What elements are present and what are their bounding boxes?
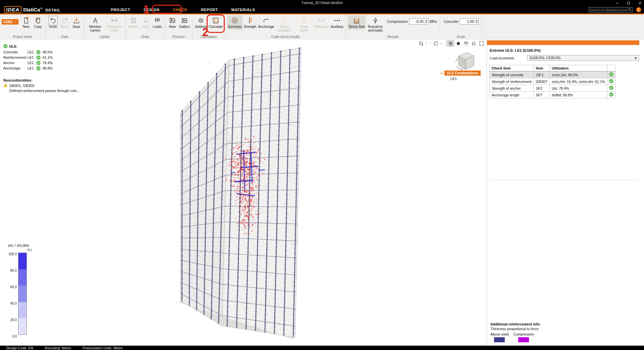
ribbon-button-save[interactable]: Save [71,15,82,30]
table-row[interactable]: Strength of reinforcementGB3D7εs/εs,lim:… [490,78,615,85]
concrete-spinner[interactable] [475,19,478,24]
ribbon-button-new[interactable]: New [20,15,32,30]
table-header [607,65,615,72]
ribbon-button-stress-flow[interactable]: Stress flow [348,15,366,30]
combination-tree: ULS CombinationsLE1 [440,71,481,81]
ribbon-group-label: Draw [126,35,165,39]
legend-band [18,318,26,335]
warning-icon [3,83,8,88]
ribbon-group-scale: ConcreteScale [440,14,482,39]
ribbon-button-gallery[interactable]: Gallery [178,15,191,30]
ribbon-group-label: Calculation [193,35,225,39]
wireframe-cube-icon[interactable] [447,40,454,46]
crack-width-icon [300,16,308,25]
menu-item-design[interactable]: DESIGN [144,8,159,12]
tree-item-uls-combinations[interactable]: ULS Combinations [440,71,481,76]
ribbon: CON1NewCopyProject itemsUndoRedoSaveData… [0,14,644,39]
reinforcement-legend-above-yield: Above yield [490,332,508,342]
crop-icon[interactable] [418,40,424,46]
menu-item-check[interactable]: CHECK [173,8,187,12]
window-title: Tutorial_3D Detail.ideaDet [0,1,644,5]
uls-summary-overlay: ULS:ConcreteLE199.5%ReinforcementLE161.1… [3,44,53,71]
strength-icon [246,16,254,25]
legend-tick: 60.0 [10,285,17,289]
ribbon-button-anchorage[interactable]: Anchorage [257,15,275,30]
menu-item-report[interactable]: REPORT [201,8,218,12]
logo-module: DETAIL [45,8,60,12]
menubar: IDEA StatiCa® DETAIL PROJECTDESIGNCHECKR… [0,6,644,13]
main-area: ULS:ConcreteLE199.5%ReinforcementLE161.1… [0,39,644,346]
legend-tick: 100.0 [8,252,17,256]
concrete-input[interactable] [460,19,475,24]
app-window: Tutorial_3D Detail.ideaDet IDEA StatiCa®… [0,0,644,350]
ribbon-button-summary[interactable]: Summary [227,15,243,30]
legend-ticks: 100.080.060.040.020.00.0 [6,253,18,335]
ribbon-button-reactions-and-loads[interactable]: Reactions and loads [366,15,385,33]
viewport-toolbar [418,40,485,46]
load-increment-dropdown[interactable]: G100.0%, V100.0% [527,55,639,61]
close-icon[interactable] [638,1,642,5]
table-row[interactable]: Strength of anchorSF2Uts: 78.4% [490,85,615,92]
menu-item-project[interactable]: PROJECT [111,8,130,12]
compression-spinner[interactable] [424,19,428,24]
nonconformities-title: Nonconformities: [3,78,80,82]
dimension-lines-icon [110,16,119,25]
navigation-cube[interactable] [454,49,478,73]
solid-cube-icon[interactable] [455,40,462,46]
compression-input[interactable] [410,19,424,24]
nonconformities-panel: Nonconformities: GB3D1, GB3D2 Defined re… [3,78,80,93]
ribbon-button-loads[interactable]: Loads [152,15,163,30]
ribbon-button-new[interactable]: New [167,15,178,30]
ribbon-button-strength[interactable]: Strength [243,15,257,30]
grid-icon [141,16,150,25]
project-item-dropdown[interactable]: CON1 [2,19,18,25]
loads-icon [153,16,162,25]
ribbon-button-calculate[interactable]: Calculate2 [208,15,223,30]
tree-item-le1[interactable]: LE1 [450,77,481,81]
ribbon-group-label: Scale [440,35,482,39]
section-view-icon[interactable] [463,40,469,46]
home-icon[interactable] [470,40,477,46]
ribbon-group-label: Labels [84,35,125,39]
search-input[interactable] [590,8,628,12]
ribbon-button-member-names[interactable]: Member names [86,15,105,33]
nonconformity-items[interactable]: GB3D1, GB3D2 [9,84,35,88]
ribbon-group-draw: RebarsGridLoadsDraw [126,14,165,39]
orbit-icon[interactable] [432,40,439,46]
new-file-icon [22,16,31,25]
reinforcement-legend-compression: Compression [513,332,534,342]
legend-tick: 20.0 [10,318,17,322]
search-icon[interactable] [628,7,631,13]
menu-item-materials[interactable]: MATERIALS [231,8,255,12]
legend-band [18,286,26,302]
fit-view-icon[interactable] [478,40,485,46]
ribbon-group-label: Project items [0,35,45,39]
chevron-down-icon[interactable] [440,71,444,75]
result-color-scale: σs / σs,lim [%] 100.080.060.040.020.00.0 [6,243,32,335]
ribbon-button-settings[interactable]: Settings [194,15,208,30]
undo-icon [49,16,57,25]
ribbon-group-results: Stress flowReactions and loadsCompressio… [346,14,440,39]
results-panel-header-bar [487,40,639,45]
ribbon-button-undo[interactable]: Undo [47,15,59,30]
ribbon-button-rebars: Rebars [127,15,140,30]
reactions-icon [371,16,380,25]
check-results-table: Check itemItemUtilizationStrength of con… [489,65,615,98]
ribbon-button-copy[interactable]: Copy [32,15,44,30]
app-logo: IDEA StatiCa® DETAIL [4,6,60,13]
redo-icon [60,16,69,25]
chevron-down-icon[interactable] [425,40,429,46]
3d-viewport[interactable]: ULS:ConcreteLE199.5%ReinforcementLE161.1… [0,39,487,346]
toolbar-separator [445,41,445,46]
table-row[interactable]: Strength of concreteCB 1σc/σc,lim: 99.5% [490,72,615,78]
table-row[interactable]: Anchorage lengthSF7τb/fbd: 99.8% [490,92,615,98]
info-icon[interactable] [636,7,641,12]
ribbon-button-auxiliary[interactable]: Auxiliary [330,15,344,30]
minimize-icon[interactable] [615,1,619,5]
maximize-icon[interactable] [627,1,631,5]
chevron-down-icon[interactable] [440,40,443,46]
check-icon [36,50,41,54]
reinforcement-info: Additional reinforcement info: Thickness… [490,322,541,342]
legend-tick: 40.0 [10,302,17,305]
legend-color-bar [18,253,27,335]
